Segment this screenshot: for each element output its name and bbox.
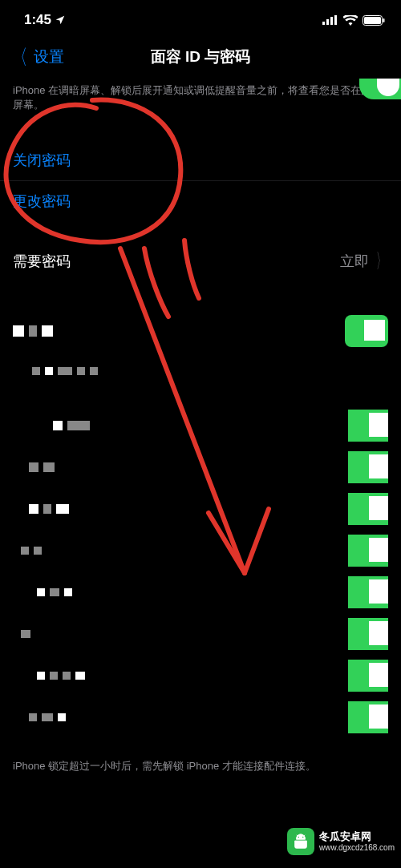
svg-rect-1 [326,19,329,25]
back-button[interactable]: 〈 设置 [10,46,64,67]
status-icons [322,15,385,26]
toggle-switch[interactable] [345,535,388,567]
list-item[interactable] [0,405,401,446]
require-passcode-group: 需要密码 立即 〉 [0,241,401,281]
toggle-switch[interactable] [345,618,388,650]
watermark: 冬瓜安卓网 www.dgxcdz168.com [284,826,398,857]
turn-off-passcode-cell[interactable]: 关闭密码 [0,140,401,180]
list-item[interactable] [0,655,401,696]
svg-rect-6 [383,18,385,22]
toggle-switch[interactable] [345,660,388,692]
toggle-switch[interactable] [345,410,388,442]
svg-rect-2 [330,17,333,25]
require-passcode-cell[interactable]: 需要密码 立即 〉 [0,241,401,281]
attention-footer: iPhone 在调暗屏幕、解锁后展开通知或调低提醒音量之前，将查看您是否在注视屏… [0,79,401,119]
svg-rect-3 [334,15,337,25]
wifi-icon [343,15,358,26]
watermark-url: www.dgxcdz168.com [319,843,395,852]
list-item[interactable] [0,446,401,488]
list-item[interactable] [0,571,401,613]
toggle-switch[interactable] [345,451,388,483]
status-bar: 1:45 [0,0,401,35]
location-arrow-icon [55,14,66,26]
change-passcode-cell[interactable]: 更改密码 [0,180,401,220]
list-item[interactable] [0,613,401,655]
toggle-switch[interactable] [345,493,388,525]
status-time: 1:45 [24,12,66,28]
battery-icon [363,15,385,26]
require-passcode-label: 需要密码 [13,252,340,271]
bottom-footer: iPhone 锁定超过一小时后，需先解锁 iPhone 才能连接配件连接。 [0,754,401,781]
attention-toggle[interactable] [359,79,401,99]
passcode-actions-group: 关闭密码 更改密码 [0,140,401,220]
list-item[interactable] [0,696,401,738]
chevron-right-icon: 〉 [376,248,387,275]
back-label: 设置 [34,46,64,67]
list-item[interactable] [0,310,401,352]
watermark-title: 冬瓜安卓网 [319,831,395,842]
svg-rect-0 [322,22,325,25]
list-item[interactable] [0,352,401,390]
toggle-switch[interactable] [345,576,388,608]
svg-rect-5 [364,17,381,24]
page-title: 面容 ID 与密码 [151,46,251,67]
cellular-signal-icon [322,15,338,25]
change-passcode-label: 更改密码 [13,192,388,211]
require-passcode-value: 立即 [340,252,369,271]
turn-off-passcode-label: 关闭密码 [13,151,388,170]
toggle-switch[interactable] [345,701,388,733]
toggle-switch[interactable] [345,315,388,347]
android-logo-icon [287,828,314,855]
clock-text: 1:45 [24,12,51,28]
chevron-left-icon: 〈 [13,46,27,67]
list-item[interactable] [0,488,401,530]
list-item[interactable] [0,530,401,571]
navigation-bar: 〈 设置 面容 ID 与密码 [0,35,401,79]
svg-point-7 [298,837,299,838]
svg-point-8 [302,837,303,838]
